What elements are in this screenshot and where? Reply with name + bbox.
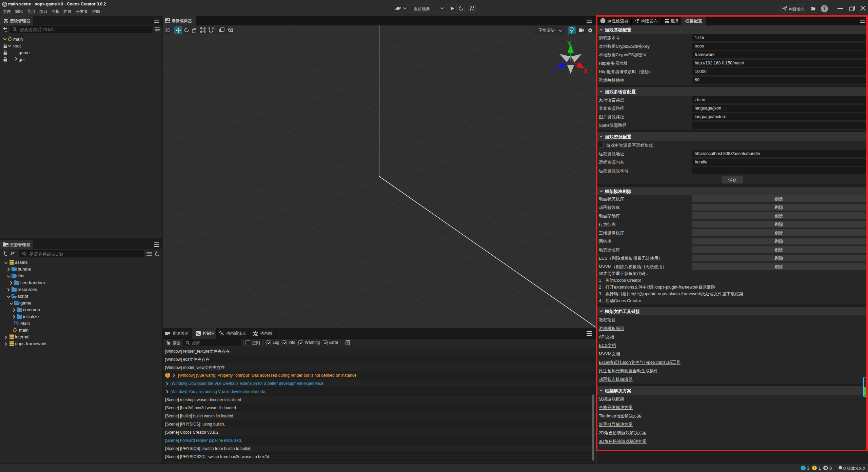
svg-text:Y: Y <box>567 40 571 47</box>
svg-text:Z: Z <box>553 68 556 75</box>
svg-text:X: X <box>584 68 588 75</box>
